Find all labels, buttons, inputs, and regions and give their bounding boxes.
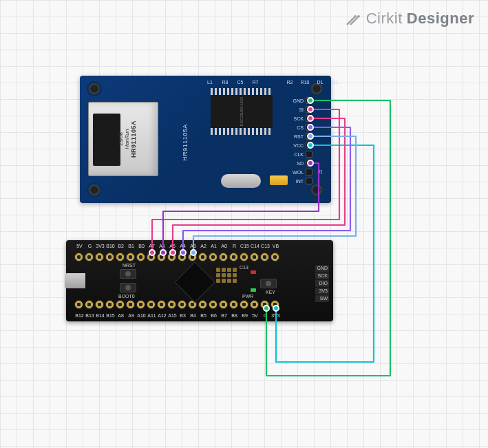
eth-pin-int[interactable]: INT (305, 177, 313, 185)
pin-label: A9 (126, 313, 136, 318)
eth-pin-rst[interactable]: RST (305, 132, 313, 140)
stm32-blackpill-board[interactable]: 5VG3V3B10B2B1B0A7A6A5A4A3A2A1A0RC15C14C1… (66, 240, 333, 321)
stm-bot-pin-a12[interactable] (157, 300, 166, 309)
stm-bot-pin-b5[interactable] (198, 300, 207, 309)
svg-point-0 (354, 15, 357, 18)
mount-hole-icon (87, 182, 102, 198)
stm-bot-pin-a9[interactable] (126, 300, 135, 309)
stm-top-pin-3v3[interactable] (95, 253, 104, 262)
pin-label: G (85, 244, 95, 248)
stm-top-pin-a1[interactable] (209, 253, 218, 262)
svg-point-1 (357, 15, 360, 18)
nrst-button[interactable] (120, 269, 136, 279)
stm-top-pin-r[interactable] (229, 253, 238, 262)
cirkit-icon (344, 10, 362, 28)
smd-row-left: L1R8C5R7 (204, 80, 262, 85)
stm-top-pin-a5[interactable] (167, 253, 176, 262)
pin-label: B1 (126, 244, 136, 248)
top-pin-row[interactable] (74, 253, 281, 262)
stm-top-pin-b0[interactable] (136, 253, 145, 262)
smd-cluster-icon (216, 268, 237, 283)
eth-pin-gnd[interactable]: GND (305, 96, 313, 105)
stm-top-pin-g[interactable] (85, 253, 94, 262)
eth-pin-wol[interactable]: WOL (305, 168, 313, 176)
breadboard-canvas[interactable]: Cirkit Designer HR911105A HanRun 23/08 H… (0, 0, 488, 448)
stm-bot-pin-b15[interactable] (105, 300, 114, 309)
stm-top-pin-a7[interactable] (147, 253, 156, 262)
pin-label: A12 (157, 313, 167, 318)
stm-top-pin-a6[interactable] (157, 253, 166, 262)
stm-top-pin-c13[interactable] (260, 253, 269, 262)
eth-pin-label: INT (296, 179, 304, 184)
pin-label: B2 (116, 244, 126, 248)
stm-top-pin-5v[interactable] (74, 253, 83, 262)
pin-label: A3 (188, 244, 198, 248)
pin-label: A2 (198, 244, 209, 248)
rj45-slot-icon (93, 114, 120, 166)
eth-pin-si[interactable]: SI (305, 105, 313, 114)
stm-top-pin-a4[interactable] (178, 253, 187, 262)
enc28j60-ethernet-module[interactable]: HR911105A HanRun 23/08 HR911105A ENC28J6… (80, 76, 331, 203)
eth-pin-label: CLK (294, 152, 304, 157)
stm-top-pin-b1[interactable] (126, 253, 135, 262)
eth-pin-clk[interactable]: CLK (305, 150, 313, 158)
pin-label: B5 (198, 313, 209, 318)
stm-bot-pin-b14[interactable] (95, 300, 104, 309)
stm-bot-pin-a8[interactable] (116, 300, 125, 309)
eth-pin-sck[interactable]: SCK (305, 114, 313, 122)
pin-label: A7 (147, 244, 157, 248)
stm-bot-pin-a15[interactable] (167, 300, 176, 309)
eth-pin-vcc[interactable]: VCC (305, 141, 313, 149)
stm-top-pin-b10[interactable] (105, 253, 114, 262)
pin-label: B0 (136, 244, 147, 248)
stm-bot-pin-g[interactable] (260, 300, 269, 309)
pin-label: 3V3 (270, 313, 281, 318)
stm-bot-pin-3v3[interactable] (270, 300, 279, 309)
stm-bot-pin-5v[interactable] (250, 300, 259, 309)
stm32-mcu-chip-icon (174, 262, 215, 302)
pin-label: B12 (74, 313, 85, 318)
pin-label: B13 (85, 313, 95, 318)
pin-label: A4 (178, 244, 188, 248)
stm-bot-pin-a10[interactable] (136, 300, 145, 309)
stm-top-pin-c15[interactable] (240, 253, 248, 262)
eth-pin-label: WOL (293, 170, 304, 175)
pin-label: B6 (209, 313, 219, 318)
stm-bot-pin-b7[interactable] (219, 300, 228, 309)
eth-pin-cs[interactable]: CS (305, 123, 313, 131)
stm-bot-pin-a11[interactable] (147, 300, 156, 309)
rj45-jack: HR911105A HanRun 23/08 (88, 102, 158, 176)
pin-label: B15 (105, 313, 116, 318)
eth-pin-label: VCC (293, 143, 304, 148)
bottom-pin-labels: B12B13B14B15A8A9A10A11A12A15B3B4B5B6B7B8… (74, 313, 281, 318)
stm-bot-pin-b8[interactable] (229, 300, 238, 309)
stm-top-pin-c14[interactable] (250, 253, 259, 262)
key-button[interactable] (260, 279, 277, 288)
smd-label: L1 (204, 80, 216, 85)
eth-pin-label: GND (293, 98, 304, 103)
stm-top-pin-a2[interactable] (198, 253, 207, 262)
c13-led-label: C13 (240, 265, 248, 270)
bottom-pin-row[interactable] (74, 300, 281, 309)
pwr-led-icon (251, 288, 256, 292)
boot0-label: BOOT0 (118, 294, 135, 299)
pin-label: VB (270, 244, 281, 248)
smd-label: R2 (284, 80, 296, 85)
pin-label: 5V (250, 313, 260, 318)
stm-bot-pin-b13[interactable] (85, 300, 94, 309)
stm-bot-pin-b9[interactable] (240, 300, 248, 309)
stm-bot-pin-b6[interactable] (209, 300, 218, 309)
ethernet-pin-header[interactable]: GNDSISCKCSRSTVCCCLKSDWOLINT (305, 96, 313, 185)
rj45-part-label: HR911105A (130, 120, 137, 158)
stm-bot-pin-b12[interactable] (74, 300, 83, 309)
eth-pin-sd[interactable]: SD (305, 159, 313, 167)
swd-label-sw: SW (315, 295, 329, 302)
pin-label: R (229, 244, 240, 248)
stm-top-pin-vb[interactable] (270, 253, 279, 262)
stm-bot-pin-b3[interactable] (178, 300, 187, 309)
stm-top-pin-a0[interactable] (219, 253, 228, 262)
boot0-button[interactable] (120, 283, 136, 292)
stm-top-pin-a3[interactable] (188, 253, 197, 262)
stm-top-pin-b2[interactable] (116, 253, 125, 262)
key-label: KEY (266, 290, 275, 295)
